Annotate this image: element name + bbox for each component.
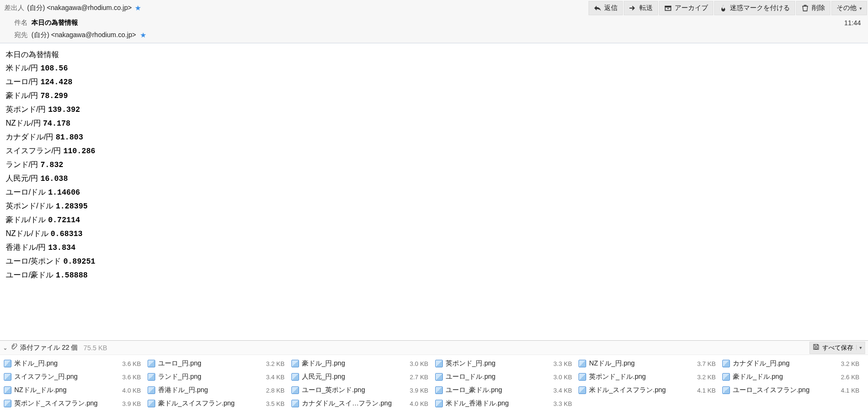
rate-pair: ユーロ/ドル — [6, 188, 48, 196]
rate-pair: 豪ドル/ドル — [6, 216, 48, 224]
star-icon[interactable]: ★ — [135, 4, 141, 12]
archive-label: アーカイブ — [675, 4, 708, 12]
forward-button[interactable]: 転送 — [624, 1, 658, 15]
attachment-filename: カナダドル_円.png — [733, 359, 838, 368]
rate-value: 0.89251 — [63, 257, 95, 266]
attachment-filename: カナダドル_スイ…フラン.png — [302, 399, 407, 408]
attachments-count-label: 添付ファイル 22 個 — [20, 344, 78, 352]
junk-button[interactable]: 迷惑マークを付ける — [714, 1, 795, 15]
attachment-filesize: 2.8 KB — [266, 387, 285, 394]
forward-label: 転送 — [639, 4, 653, 12]
rate-value: 13.834 — [48, 244, 76, 252]
rate-line: スイスフラン/円 110.286 — [6, 144, 862, 158]
attachment-filesize: 2.7 KB — [409, 374, 428, 381]
attachment-filesize: 3.9 KB — [409, 387, 428, 394]
rate-value: 16.038 — [40, 175, 68, 183]
rate-value: 110.286 — [63, 147, 95, 156]
attachment-item[interactable]: 豪ドル_円.png3.0 KB — [291, 357, 433, 370]
attachment-filename: 香港ドル_円.png — [158, 386, 263, 394]
rate-line: 豪ドル/ドル 0.72114 — [6, 213, 862, 227]
attachment-item[interactable]: 人民元_円.png2.7 KB — [291, 370, 433, 384]
svg-rect-3 — [815, 347, 817, 349]
attachment-item[interactable]: NZドル_ドル.png4.0 KB — [4, 384, 146, 397]
attachment-item[interactable]: 香港ドル_円.png2.8 KB — [148, 384, 289, 397]
attachment-filesize: 4.0 KB — [122, 387, 141, 394]
other-label: その他 — [837, 4, 857, 12]
attachment-filesize: 2.6 KB — [841, 374, 859, 381]
attachment-item[interactable]: 英ポンド_スイスフラン.png3.9 KB — [4, 397, 146, 410]
save-all-button[interactable]: すべて保存 ▾ — [809, 342, 865, 354]
from-value: (自分) <nakagawa@rhodium.co.jp> — [27, 4, 132, 12]
image-file-icon — [4, 386, 11, 394]
rate-line: ユーロ/英ポンド 0.89251 — [6, 255, 862, 268]
attachment-item[interactable]: 豪ドル_スイスフラン.png3.5 KB — [148, 397, 289, 410]
body-title: 本日の為替情報 — [6, 48, 862, 61]
attachment-filesize: 3.3 KB — [553, 360, 572, 367]
rate-value: 124.428 — [40, 78, 72, 87]
attachment-item[interactable]: 米ドル_円.png3.6 KB — [4, 357, 146, 370]
attachment-filesize: 3.2 KB — [841, 360, 859, 367]
chevron-down-icon[interactable]: ⌄ — [3, 345, 8, 351]
attachment-filename: ユーロ_豪ドル.png — [446, 386, 551, 394]
image-file-icon — [148, 386, 155, 394]
rate-line: 英ポンド/円 139.392 — [6, 103, 862, 117]
rate-pair: ランド/円 — [6, 160, 40, 168]
attachment-item[interactable]: ランド_円.png3.4 KB — [148, 370, 289, 384]
subject-label: 件名 — [14, 19, 28, 27]
attachment-filesize: 3.4 KB — [266, 374, 285, 381]
image-file-icon — [148, 400, 155, 407]
reply-icon — [594, 4, 601, 12]
rate-line: 人民元/円 16.038 — [6, 172, 862, 186]
message-body[interactable]: 本日の為替情報 米ドル/円 108.56ユーロ/円 124.428豪ドル/円 7… — [0, 43, 868, 340]
image-file-icon — [4, 360, 11, 367]
attachment-filename: ユーロ_スイスフラン.png — [733, 386, 838, 394]
from-label: 差出人 — [4, 4, 24, 12]
rate-line: ランド/円 7.832 — [6, 158, 862, 172]
rate-line: ユーロ/円 124.428 — [6, 75, 862, 89]
attachment-item[interactable]: 英ポンド_ドル.png3.2 KB — [579, 370, 720, 384]
attachment-item[interactable]: NZドル_円.png3.7 KB — [579, 357, 720, 370]
attachment-item[interactable]: カナダドル_スイ…フラン.png4.0 KB — [291, 397, 433, 410]
attachment-item[interactable]: ユーロ_ドル.png3.0 KB — [435, 370, 577, 384]
image-file-icon — [148, 360, 155, 367]
rate-value: 78.299 — [40, 92, 68, 100]
paperclip-icon — [10, 344, 17, 352]
attachment-item[interactable]: 豪ドル_ドル.png2.6 KB — [722, 370, 864, 384]
attachment-item[interactable]: 英ポンド_円.png3.3 KB — [435, 357, 577, 370]
attachment-item[interactable]: ユーロ_円.png3.2 KB — [148, 357, 289, 370]
rate-pair: ユーロ/円 — [6, 78, 40, 86]
attachment-item[interactable]: ユーロ_スイスフラン.png4.1 KB — [722, 384, 864, 397]
attachment-item[interactable]: ユーロ_豪ドル.png3.4 KB — [435, 384, 577, 397]
attachment-item[interactable]: スイスフラン_円.png3.6 KB — [4, 370, 146, 384]
chevron-down-icon[interactable]: ▾ — [856, 345, 862, 350]
rate-pair: 英ポンド/円 — [6, 105, 48, 113]
attachment-filesize: 3.4 KB — [553, 387, 572, 394]
attachment-filename: ランド_円.png — [158, 373, 263, 381]
other-button[interactable]: その他 ▾ — [831, 1, 867, 15]
attachment-filename: スイスフラン_円.png — [14, 373, 120, 381]
attachment-filesize: 3.3 KB — [553, 400, 572, 407]
attachment-filesize: 3.2 KB — [697, 374, 716, 381]
attachment-item[interactable]: 米ドル_スイスフラン.png4.1 KB — [579, 384, 720, 397]
attachment-item[interactable]: ユーロ_英ポンド.png3.9 KB — [291, 384, 433, 397]
attachments-grid: 米ドル_円.png3.6 KBユーロ_円.png3.2 KB豪ドル_円.png3… — [0, 355, 868, 414]
archive-button[interactable]: アーカイブ — [659, 1, 713, 15]
attachment-item[interactable]: 米ドル_香港ドル.png3.3 KB — [435, 397, 577, 410]
rate-pair: ユーロ/英ポンド — [6, 257, 63, 265]
rate-value: 1.58888 — [56, 271, 88, 280]
rate-line: ユーロ/豪ドル 1.58888 — [6, 268, 862, 282]
rate-line: カナダドル/円 81.803 — [6, 130, 862, 144]
rate-value: 74.178 — [43, 119, 70, 128]
attachment-item[interactable]: カナダドル_円.png3.2 KB — [722, 357, 864, 370]
delete-button[interactable]: 削除 — [796, 1, 830, 15]
rate-line: NZドル/円 74.178 — [6, 117, 862, 130]
rate-value: 1.28395 — [56, 202, 88, 211]
attachment-filename: 豪ドル_円.png — [302, 359, 407, 368]
to-label: 宛先 — [14, 31, 28, 39]
image-file-icon — [435, 400, 443, 407]
save-all-label: すべて保存 — [822, 344, 853, 352]
star-icon[interactable]: ★ — [140, 31, 146, 39]
rate-pair: ユーロ/豪ドル — [6, 271, 56, 279]
reply-button[interactable]: 返信 — [589, 1, 623, 15]
delete-label: 削除 — [812, 4, 825, 12]
